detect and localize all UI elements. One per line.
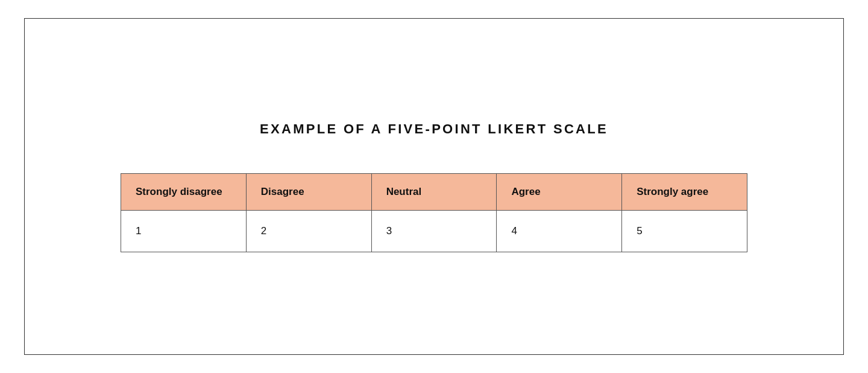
cell-1: 1	[121, 210, 247, 252]
table-row: 1 2 3 4 5	[121, 210, 747, 252]
cell-4: 4	[497, 210, 622, 252]
likert-table: Strongly disagree Disagree Neutral Agree…	[121, 173, 747, 252]
cell-5: 5	[622, 210, 747, 252]
cell-3: 3	[371, 210, 497, 252]
outer-container: EXAMPLE OF A FIVE-POINT LIKERT SCALE Str…	[24, 18, 844, 355]
col-header-disagree: Disagree	[246, 173, 371, 210]
col-header-strongly-agree: Strongly agree	[622, 173, 747, 210]
col-header-neutral: Neutral	[371, 173, 497, 210]
table-header-row: Strongly disagree Disagree Neutral Agree…	[121, 173, 747, 210]
page-title: EXAMPLE OF A FIVE-POINT LIKERT SCALE	[260, 121, 608, 137]
col-header-strongly-disagree: Strongly disagree	[121, 173, 247, 210]
cell-2: 2	[246, 210, 371, 252]
col-header-agree: Agree	[497, 173, 622, 210]
